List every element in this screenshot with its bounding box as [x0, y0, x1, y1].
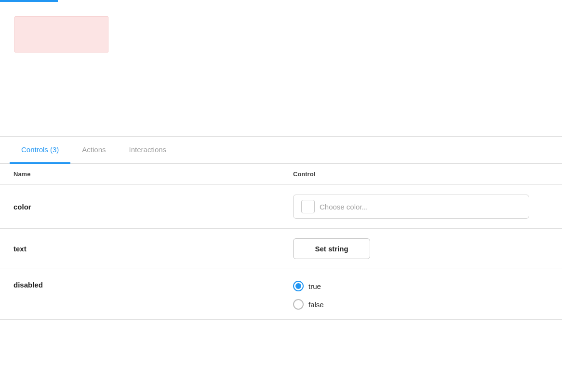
radio-item-true[interactable]: true	[293, 281, 549, 291]
tab-controls[interactable]: Controls (3)	[10, 137, 70, 164]
radio-circle-true	[293, 281, 304, 291]
radio-circle-false	[293, 299, 304, 310]
color-picker[interactable]: Choose color...	[293, 195, 529, 219]
controls-table: Name Control color Choose color... text …	[0, 164, 562, 320]
column-header-name: Name	[13, 170, 293, 178]
table-row-disabled: disabled true false	[0, 269, 562, 320]
control-value-text: Set string	[293, 238, 549, 259]
table-row-color: color Choose color...	[0, 185, 562, 229]
color-placeholder: Choose color...	[320, 203, 368, 211]
tab-actions[interactable]: Actions	[70, 137, 117, 164]
set-string-button[interactable]: Set string	[293, 238, 370, 259]
radio-group-disabled: true false	[293, 281, 549, 310]
preview-component	[14, 16, 108, 52]
tab-interactions[interactable]: Interactions	[118, 137, 178, 164]
preview-area	[0, 2, 562, 137]
radio-item-false[interactable]: false	[293, 299, 549, 310]
table-row-text: text Set string	[0, 229, 562, 269]
control-name-color: color	[13, 203, 293, 211]
radio-label-false: false	[308, 301, 324, 309]
control-value-color: Choose color...	[293, 195, 549, 219]
column-header-control: Control	[293, 170, 549, 178]
tabs-bar: Controls (3) Actions Interactions	[0, 137, 562, 164]
color-swatch	[301, 200, 315, 213]
control-name-disabled: disabled	[13, 281, 293, 289]
control-name-text: text	[13, 245, 293, 253]
control-value-disabled: true false	[293, 281, 549, 310]
radio-label-true: true	[308, 282, 321, 290]
table-header: Name Control	[0, 164, 562, 185]
